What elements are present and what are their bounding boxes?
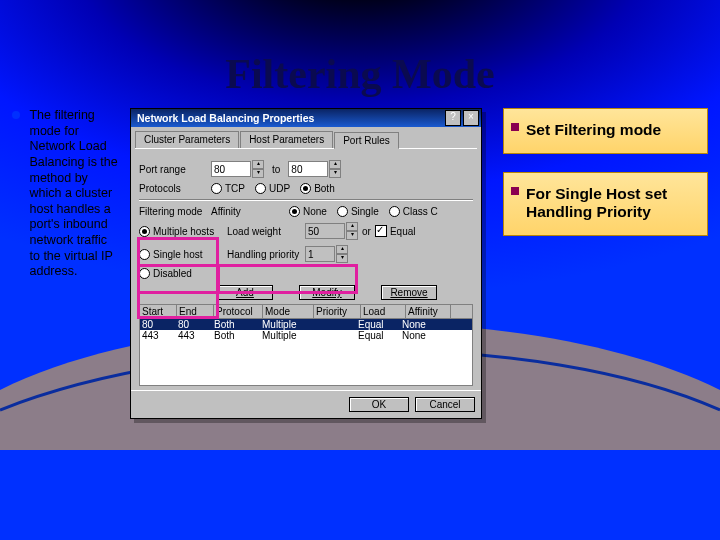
radio-disabled[interactable]: Disabled <box>139 268 217 279</box>
radio-tcp[interactable]: TCP <box>211 183 245 194</box>
callout-bullet-icon <box>511 187 519 195</box>
port-from-input[interactable] <box>211 161 251 177</box>
bullet-dot <box>12 111 20 119</box>
callout-bullet-icon <box>511 123 519 131</box>
label-protocols: Protocols <box>139 183 211 194</box>
add-button[interactable]: Add <box>217 285 273 300</box>
tab-host[interactable]: Host Parameters <box>240 131 333 148</box>
label-handling: Handling priority <box>227 249 305 260</box>
rules-table-header: Start End Protocol Mode Priority Load Af… <box>139 304 473 319</box>
dialog-title: Network Load Balancing Properties <box>133 112 443 124</box>
help-button[interactable]: ? <box>445 110 461 126</box>
radio-single-host[interactable]: Single host <box>139 249 217 260</box>
label-or: or <box>362 226 371 237</box>
label-filtering: Filtering mode <box>139 206 211 217</box>
table-row[interactable]: 443 443 Both Multiple Equal None <box>139 330 473 341</box>
port-to-spinner[interactable]: ▴▾ <box>288 160 341 178</box>
label-equal: Equal <box>390 226 416 237</box>
port-to-input[interactable] <box>288 161 328 177</box>
left-bullet: The filtering mode for Network Load Bala… <box>12 108 124 280</box>
nlb-properties-dialog: Network Load Balancing Properties ? × Cl… <box>130 108 482 419</box>
slide-title: Filtering Mode <box>0 0 720 98</box>
remove-button[interactable]: Remove <box>381 285 437 300</box>
radio-udp[interactable]: UDP <box>255 183 290 194</box>
label-portrange: Port range <box>139 164 211 175</box>
loadweight-input[interactable] <box>305 223 345 239</box>
priority-spinner[interactable]: ▴▾ <box>305 245 348 263</box>
tab-cluster[interactable]: Cluster Parameters <box>135 131 239 148</box>
label-to: to <box>272 164 280 175</box>
cancel-button[interactable]: Cancel <box>415 397 475 412</box>
label-affinity: Affinity <box>211 206 289 217</box>
callout-handling-priority: For Single Host set Handling Priority <box>503 172 708 236</box>
label-loadweight: Load weight <box>227 226 305 237</box>
table-row[interactable]: 80 80 Both Multiple Equal None <box>139 319 473 330</box>
ok-button[interactable]: OK <box>349 397 409 412</box>
close-button[interactable]: × <box>463 110 479 126</box>
radio-affinity-classc[interactable]: Class C <box>389 206 438 217</box>
bullet-text: The filtering mode for Network Load Bala… <box>29 108 119 280</box>
callout-set-filtering: Set Filtering mode <box>503 108 708 154</box>
radio-affinity-single[interactable]: Single <box>337 206 379 217</box>
checkbox-equal[interactable] <box>375 225 387 237</box>
priority-input[interactable] <box>305 246 335 262</box>
radio-multiple-hosts[interactable]: Multiple hosts <box>139 226 217 237</box>
loadweight-spinner[interactable]: ▴▾ <box>305 222 358 240</box>
tab-portrules[interactable]: Port Rules <box>334 132 399 149</box>
rules-table-blank <box>139 341 473 386</box>
dialog-titlebar: Network Load Balancing Properties ? × <box>131 109 481 127</box>
modify-button[interactable]: Modify <box>299 285 355 300</box>
radio-affinity-none[interactable]: None <box>289 206 327 217</box>
port-from-spinner[interactable]: ▴▾ <box>211 160 264 178</box>
radio-both[interactable]: Both <box>300 183 335 194</box>
